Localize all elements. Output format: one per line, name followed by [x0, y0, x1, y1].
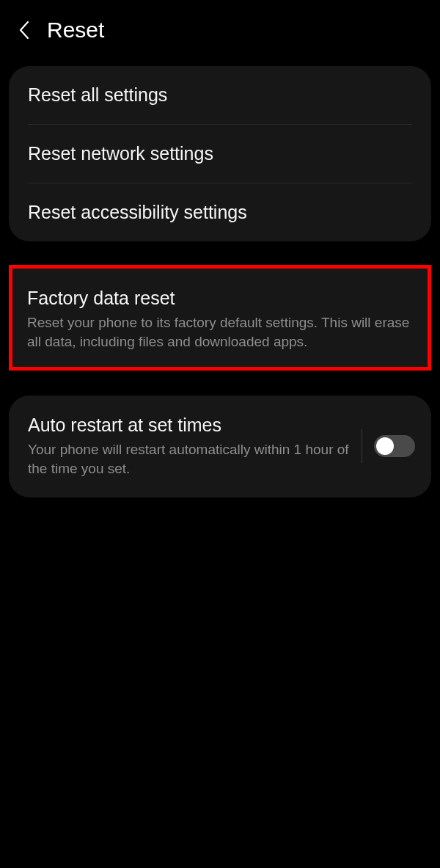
auto-restart-toggle[interactable] [374, 435, 415, 457]
toggle-knob [376, 437, 394, 455]
auto-restart-desc: Your phone will restart automatically wi… [28, 440, 350, 478]
factory-data-reset[interactable]: Factory data reset Reset your phone to i… [9, 265, 431, 371]
auto-restart-text: Auto restart at set times Your phone wil… [28, 415, 350, 478]
list-item-label: Reset network settings [28, 143, 412, 164]
reset-accessibility-settings[interactable]: Reset accessibility settings [9, 183, 431, 241]
list-item-label: Reset accessibility settings [28, 202, 412, 223]
separator [362, 429, 362, 463]
header: Reset [0, 0, 440, 57]
list-item-label: Reset all settings [28, 84, 412, 106]
reset-all-settings[interactable]: Reset all settings [9, 66, 431, 124]
factory-reset-desc: Reset your phone to its factory default … [27, 313, 413, 351]
auto-restart-title: Auto restart at set times [28, 415, 350, 436]
reset-network-settings[interactable]: Reset network settings [9, 125, 431, 183]
auto-restart-item[interactable]: Auto restart at set times Your phone wil… [9, 395, 431, 497]
page-title: Reset [47, 18, 104, 43]
reset-options-card: Reset all settings Reset network setting… [9, 66, 431, 241]
back-icon[interactable] [18, 20, 31, 40]
factory-reset-title: Factory data reset [27, 288, 413, 309]
